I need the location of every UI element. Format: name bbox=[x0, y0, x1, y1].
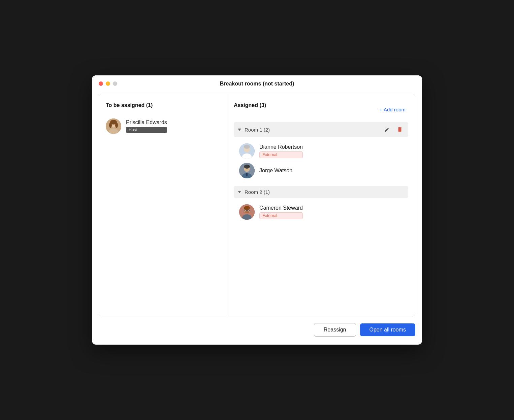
reassign-button[interactable]: Reassign bbox=[314, 323, 356, 337]
room-1-members: Dianne Robertson External bbox=[234, 139, 408, 183]
close-button[interactable] bbox=[99, 81, 103, 86]
right-panel-header: Assigned (3) + Add room bbox=[234, 102, 408, 116]
svg-point-12 bbox=[244, 165, 250, 169]
window-title: Breakout rooms (not started) bbox=[220, 81, 294, 87]
avatar-dianne bbox=[239, 143, 255, 159]
open-all-rooms-button[interactable]: Open all rooms bbox=[360, 323, 416, 336]
cameron-name: Cameron Steward bbox=[259, 205, 303, 211]
room-1-edit-button[interactable] bbox=[383, 125, 391, 134]
right-panel-title: Assigned (3) bbox=[234, 102, 266, 108]
jorge-name: Jorge Watson bbox=[259, 168, 292, 174]
add-room-button[interactable]: + Add room bbox=[377, 105, 408, 114]
room-1-member-jorge: Jorge Watson bbox=[239, 161, 403, 180]
dianne-external-badge: External bbox=[259, 151, 303, 158]
jorge-info: Jorge Watson bbox=[259, 168, 292, 174]
right-panel: Assigned (3) + Add room Room 1 (2) bbox=[227, 94, 415, 316]
traffic-lights bbox=[99, 81, 117, 86]
cameron-info: Cameron Steward External bbox=[259, 205, 303, 219]
svg-rect-14 bbox=[246, 173, 248, 176]
room-2-members: Cameron Steward External bbox=[234, 200, 408, 224]
room-2-header: Room 2 (1) bbox=[234, 186, 408, 198]
minimize-button[interactable] bbox=[106, 81, 110, 86]
room-2-member-cameron: Cameron Steward External bbox=[239, 202, 403, 222]
svg-point-17 bbox=[244, 206, 250, 210]
room-1-chevron-icon[interactable] bbox=[238, 129, 241, 131]
room-1-label: Room 1 (2) bbox=[245, 127, 270, 133]
titlebar: Breakout rooms (not started) bbox=[92, 75, 422, 91]
room-1-member-dianne: Dianne Robertson External bbox=[239, 141, 403, 161]
breakout-rooms-window: Breakout rooms (not started) To be assig… bbox=[92, 75, 422, 345]
pencil-icon bbox=[384, 127, 390, 133]
footer-actions: Reassign Open all rooms bbox=[92, 316, 422, 345]
content-area: To be assigned (1) bbox=[99, 94, 415, 316]
room-2-section: Room 2 (1) bbox=[234, 186, 408, 224]
svg-point-8 bbox=[244, 145, 250, 149]
room-1-actions bbox=[383, 125, 404, 134]
unassigned-person-row: Priscilla Edwards Host bbox=[106, 116, 220, 136]
svg-point-4 bbox=[115, 123, 118, 128]
maximize-button[interactable] bbox=[113, 81, 117, 86]
trash-icon bbox=[397, 127, 403, 133]
room-2-label: Room 2 (1) bbox=[245, 189, 270, 195]
dianne-name: Dianne Robertson bbox=[259, 144, 303, 150]
avatar-cameron bbox=[239, 204, 255, 220]
dianne-info: Dianne Robertson External bbox=[259, 144, 303, 158]
room-1-section: Room 1 (2) bbox=[234, 122, 408, 183]
room-1-header-left: Room 1 (2) bbox=[238, 127, 270, 133]
room-1-header: Room 1 (2) bbox=[234, 122, 408, 137]
room-2-chevron-icon[interactable] bbox=[238, 191, 241, 193]
room-1-delete-button[interactable] bbox=[395, 125, 404, 134]
cameron-external-badge: External bbox=[259, 212, 303, 219]
priscilla-info: Priscilla Edwards Host bbox=[126, 119, 167, 133]
avatar-priscilla bbox=[106, 118, 121, 134]
host-badge: Host bbox=[126, 127, 167, 133]
priscilla-name: Priscilla Edwards bbox=[126, 119, 167, 126]
room-2-header-left: Room 2 (1) bbox=[238, 189, 270, 195]
svg-point-3 bbox=[109, 123, 112, 128]
left-panel: To be assigned (1) bbox=[99, 94, 227, 316]
left-panel-title: To be assigned (1) bbox=[106, 102, 220, 108]
avatar-jorge bbox=[239, 163, 255, 178]
